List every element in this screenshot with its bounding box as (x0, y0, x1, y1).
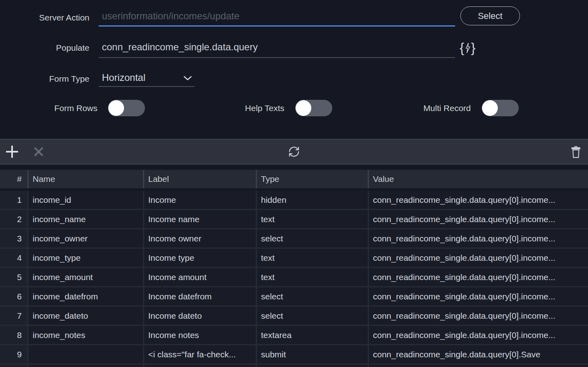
select-button[interactable]: Select (460, 6, 520, 25)
row-number: 1 (0, 191, 27, 210)
remove-row-button[interactable] (30, 140, 48, 164)
delete-all-button[interactable] (567, 140, 585, 164)
column-header-type[interactable]: Type (256, 170, 368, 188)
field-type-cell: textarea (256, 326, 368, 345)
field-value-cell: conn_readincome_single.data.query[0].inc… (368, 287, 588, 307)
column-header-value[interactable]: Value (368, 170, 588, 188)
field-label-cell: Income notes (143, 326, 256, 345)
field-value-cell: conn_readincome_single.data.query[0].inc… (368, 307, 588, 326)
table-row[interactable]: 1 income_id Income hidden conn_readincom… (0, 191, 588, 210)
field-type-cell: text (256, 268, 368, 287)
field-name-cell: income_dateto (27, 307, 143, 326)
field-type-cell: text (256, 210, 368, 229)
help-texts-label: Help Texts (164, 103, 284, 113)
multi-record-toggle[interactable] (482, 100, 519, 116)
form-type-value: Horizontal (102, 72, 145, 83)
field-label-cell: <i class="far fa-check... (143, 345, 256, 365)
form-type-select[interactable]: Horizontal (99, 69, 195, 87)
field-type-cell: select (256, 307, 368, 326)
field-value-cell: conn_readincome_single.data.query[0].inc… (368, 249, 588, 268)
field-label-cell: Income owner (143, 229, 256, 249)
table-row[interactable]: 2 income_name Income name text conn_read… (0, 210, 588, 229)
field-name-cell: income_name (27, 210, 143, 229)
field-value-cell: conn_readincome_single.data.query[0].inc… (368, 326, 588, 345)
populate-label: Populate (0, 43, 89, 53)
help-texts-toggle[interactable] (295, 100, 332, 116)
table-row[interactable]: 9 <i class="far fa-check... submit conn_… (0, 345, 588, 365)
table-row-partial (0, 365, 588, 367)
row-number: 4 (0, 249, 27, 268)
toggle-knob (108, 100, 124, 116)
field-value-cell: conn_readincome_single.data.query[0].inc… (368, 210, 588, 229)
field-name-cell (27, 345, 143, 365)
form-config-panel: Server Action Select Populate Form Type … (0, 0, 588, 139)
fields-table: # Name Label Type Value 1 income_id Inco… (0, 170, 588, 367)
row-number: 9 (0, 345, 27, 365)
server-action-input[interactable] (99, 10, 455, 27)
form-rows-label: Form Rows (0, 103, 97, 113)
field-type-cell: text (256, 249, 368, 268)
multi-record-label: Multi Record (350, 103, 471, 113)
field-name-cell: income_id (27, 191, 143, 210)
field-type-cell: hidden (256, 191, 368, 210)
chevron-down-icon (183, 76, 192, 81)
field-name-cell: income_owner (27, 229, 143, 249)
row-number: 8 (0, 326, 27, 345)
table-header-row: # Name Label Type Value (0, 170, 588, 188)
table-row[interactable]: 7 income_dateto Income dateto select con… (0, 307, 588, 326)
field-label-cell: Income amount (143, 268, 256, 287)
table-row[interactable]: 3 income_owner Income owner select conn_… (0, 229, 588, 249)
column-header-num: # (0, 170, 27, 188)
field-name-cell: income_amount (27, 268, 143, 287)
field-type-cell: submit (256, 345, 368, 365)
field-value-cell: conn_readincome_single.data.query[0].inc… (368, 229, 588, 249)
braces-lightning-icon[interactable] (456, 39, 479, 56)
row-number: 6 (0, 287, 27, 307)
toggle-knob (296, 100, 311, 116)
table-row[interactable]: 4 income_type Income type text conn_read… (0, 249, 588, 268)
refresh-icon (287, 144, 301, 159)
form-type-label: Form Type (0, 74, 89, 84)
field-label-cell: Income name (143, 210, 256, 229)
field-label-cell: Income datefrom (143, 287, 256, 307)
table-row[interactable]: 6 income_datefrom Income datefrom select… (0, 287, 588, 307)
row-number: 3 (0, 229, 27, 249)
field-name-cell: income_type (27, 249, 143, 268)
form-rows-toggle[interactable] (108, 100, 145, 116)
row-number: 2 (0, 210, 27, 229)
table-row[interactable]: 5 income_amount Income amount text conn_… (0, 268, 588, 287)
row-number: 7 (0, 307, 27, 326)
field-name-cell: income_datefrom (27, 287, 143, 307)
server-action-label: Server Action (0, 13, 89, 23)
field-value-cell: conn_readincome_single.data.query[0].inc… (368, 268, 588, 287)
add-row-button[interactable] (3, 140, 21, 164)
field-value-cell: conn_readincome_single.data.query[0].inc… (368, 191, 588, 210)
plus-icon (5, 145, 19, 159)
field-type-cell: select (256, 287, 368, 307)
column-header-name[interactable]: Name (27, 170, 143, 188)
populate-input[interactable] (99, 40, 455, 58)
column-header-label[interactable]: Label (143, 170, 256, 188)
field-label-cell: Income dateto (143, 307, 256, 326)
field-type-cell: select (256, 229, 368, 249)
refresh-button[interactable] (285, 140, 303, 164)
field-label-cell: Income (143, 191, 256, 210)
toggle-knob (482, 100, 498, 116)
x-icon (33, 146, 44, 157)
table-row[interactable]: 8 income_notes Income notes textarea con… (0, 326, 588, 345)
fields-toolbar (0, 139, 588, 165)
field-value-cell: conn_readincome_single.data.query[0].Sav… (368, 345, 588, 365)
field-name-cell: income_notes (27, 326, 143, 345)
row-number: 5 (0, 268, 27, 287)
field-label-cell: Income type (143, 249, 256, 268)
trash-icon (569, 145, 582, 159)
